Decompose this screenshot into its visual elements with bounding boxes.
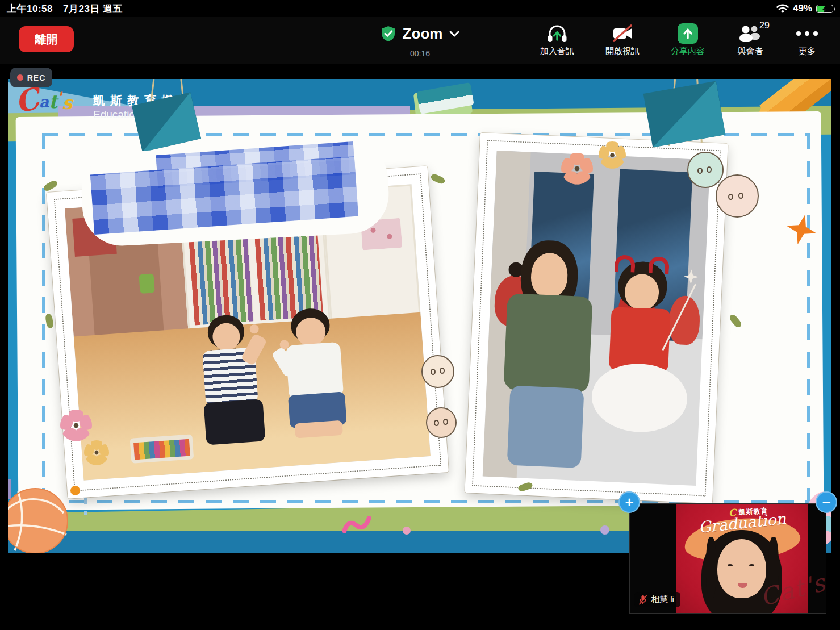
cookie-decoration bbox=[421, 355, 454, 388]
meeting-toolbar: 離開 Zoom 00:16 加入音訊 bbox=[0, 17, 840, 64]
logo-letter: t bbox=[49, 91, 57, 112]
cookie-decoration bbox=[687, 152, 724, 188]
more-button[interactable]: 更多 bbox=[779, 22, 835, 57]
child-costume-figure bbox=[585, 254, 703, 486]
battery-percent: 49% bbox=[793, 3, 812, 14]
headphones-join-audio-icon bbox=[546, 23, 569, 44]
shared-screen-content: Cat's 凱斯教育機構 Educational Group bbox=[8, 79, 831, 553]
battery-nub bbox=[834, 7, 835, 11]
join-audio-label: 加入音訊 bbox=[529, 46, 586, 57]
wifi-icon bbox=[776, 4, 789, 13]
flower-decoration bbox=[60, 410, 92, 441]
dot-decoration bbox=[70, 486, 80, 495]
participants-label: 與會者 bbox=[722, 46, 779, 57]
pink-squiggle-decoration bbox=[338, 510, 378, 539]
start-video-button[interactable]: 開啟視訊 bbox=[594, 22, 651, 57]
cookie-decoration bbox=[426, 407, 457, 438]
meeting-timer: 00:16 bbox=[410, 49, 430, 58]
video-shrink-button[interactable]: − bbox=[816, 491, 837, 513]
more-label: 更多 bbox=[779, 46, 835, 57]
share-content-button[interactable]: 分享內容 bbox=[659, 22, 716, 57]
dashed-border-right bbox=[807, 133, 810, 503]
share-content-icon bbox=[678, 23, 698, 44]
recording-label: REC bbox=[27, 73, 46, 82]
logo-letter: s bbox=[61, 92, 72, 114]
chevron-down-icon bbox=[449, 31, 459, 37]
participants-button[interactable]: 29 與會者 bbox=[722, 22, 779, 57]
status-left: 上午10:58 7月23日 週五 bbox=[7, 2, 123, 15]
participant-name: 相慧 li bbox=[651, 594, 674, 605]
leave-button[interactable]: 離開 bbox=[19, 26, 74, 52]
participant-hair-strand bbox=[706, 537, 716, 599]
flower-decoration bbox=[599, 141, 626, 169]
logo-letter: a bbox=[39, 93, 50, 111]
photo-christmas bbox=[483, 151, 711, 486]
date: 7月23日 週五 bbox=[63, 2, 123, 15]
cookie-decoration bbox=[716, 174, 759, 218]
meeting-title: Zoom bbox=[403, 25, 443, 43]
dot-decoration bbox=[403, 527, 411, 535]
battery-charging-icon bbox=[816, 5, 833, 13]
video-enlarge-button[interactable]: + bbox=[618, 491, 640, 513]
cats-logo: Cat's bbox=[14, 79, 86, 136]
more-ellipsis-icon bbox=[795, 30, 819, 37]
photo-frame-right bbox=[465, 133, 728, 503]
participant-name-tag: 相慧 li bbox=[634, 592, 680, 607]
meeting-title-menu[interactable]: Zoom bbox=[381, 25, 460, 43]
clock: 上午10:58 bbox=[7, 2, 53, 15]
charging-bolt-icon bbox=[821, 6, 828, 13]
zoom-meeting-screen: 上午10:58 7月23日 週五 49% 離開 bbox=[0, 0, 840, 630]
shield-check-icon bbox=[381, 26, 396, 42]
join-audio-button[interactable]: 加入音訊 bbox=[529, 22, 586, 57]
status-right: 49% bbox=[776, 3, 833, 14]
mic-muted-icon bbox=[638, 595, 647, 605]
video-off-icon bbox=[609, 23, 636, 44]
start-video-label: 開啟視訊 bbox=[594, 46, 651, 57]
dot-decoration bbox=[600, 525, 609, 535]
share-content-label: 分享內容 bbox=[659, 46, 716, 57]
status-bar: 上午10:58 7月23日 週五 49% bbox=[0, 0, 840, 17]
recording-badge: REC bbox=[10, 68, 52, 87]
flower-decoration bbox=[561, 153, 593, 185]
recording-dot-icon bbox=[17, 74, 23, 81]
child-figure bbox=[267, 305, 367, 453]
participants-count: 29 bbox=[759, 20, 770, 31]
logo-letter: ' bbox=[56, 89, 62, 106]
basketball-decoration bbox=[8, 487, 69, 553]
flower-decoration bbox=[84, 440, 109, 465]
